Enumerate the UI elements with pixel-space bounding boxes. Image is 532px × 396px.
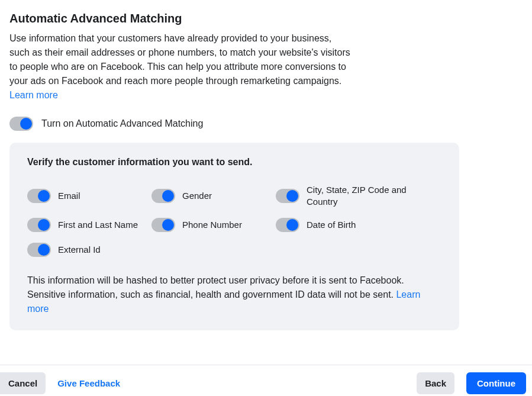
main-toggle[interactable] (9, 117, 33, 131)
label-city: City, State, ZIP Code and Country (307, 184, 418, 207)
label-phone: Phone Number (182, 219, 242, 231)
toggle-knob (38, 244, 50, 256)
toggle-phone[interactable] (151, 218, 175, 232)
main-toggle-row: Turn on Automatic Advanced Matching (9, 117, 523, 131)
toggle-gender[interactable] (151, 189, 175, 203)
toggle-knob (162, 190, 174, 202)
toggle-name[interactable] (27, 218, 51, 232)
label-dob: Date of Birth (307, 219, 356, 231)
section-description-text: Use information that your customers have… (9, 33, 350, 86)
toggle-knob (286, 219, 298, 231)
toggle-dob[interactable] (276, 218, 299, 232)
toggle-cell-email: Email (27, 184, 151, 207)
label-email: Email (58, 190, 80, 202)
give-feedback-button[interactable]: Give Feedback (57, 372, 120, 394)
toggle-external-id[interactable] (27, 243, 51, 257)
section-description: Use information that your customers have… (9, 31, 353, 102)
verify-title: Verify the customer information you want… (27, 157, 441, 168)
footer-bar: Cancel Give Feedback Back Continue (0, 365, 532, 396)
back-button[interactable]: Back (417, 372, 454, 394)
toggle-knob (38, 190, 50, 202)
verify-footer-text: This information will be hashed to bette… (27, 275, 404, 300)
toggle-email[interactable] (27, 189, 51, 203)
learn-more-link[interactable]: Learn more (9, 90, 58, 100)
continue-button[interactable]: Continue (466, 372, 526, 394)
toggle-cell-dob: Date of Birth (276, 218, 418, 232)
label-name: First and Last Name (58, 219, 138, 231)
toggle-knob (286, 190, 298, 202)
main-toggle-label: Turn on Automatic Advanced Matching (41, 118, 203, 129)
label-external-id: External Id (58, 244, 101, 256)
verify-footer: This information will be hashed to bette… (27, 273, 441, 316)
toggle-cell-external-id: External Id (27, 243, 151, 257)
toggle-knob (20, 118, 32, 130)
toggle-knob (38, 219, 50, 231)
toggle-cell-gender: Gender (151, 184, 276, 207)
label-gender: Gender (182, 190, 212, 202)
toggle-grid: Email Gender City, State, ZIP Code and C… (27, 184, 441, 257)
toggle-cell-phone: Phone Number (151, 218, 276, 232)
cancel-button[interactable]: Cancel (0, 372, 46, 394)
toggle-city[interactable] (276, 189, 299, 203)
toggle-knob (162, 219, 174, 231)
toggle-cell-city: City, State, ZIP Code and Country (276, 184, 418, 207)
toggle-cell-name: First and Last Name (27, 218, 151, 232)
section-title: Automatic Advanced Matching (9, 12, 523, 25)
verify-card: Verify the customer information you want… (9, 143, 459, 330)
